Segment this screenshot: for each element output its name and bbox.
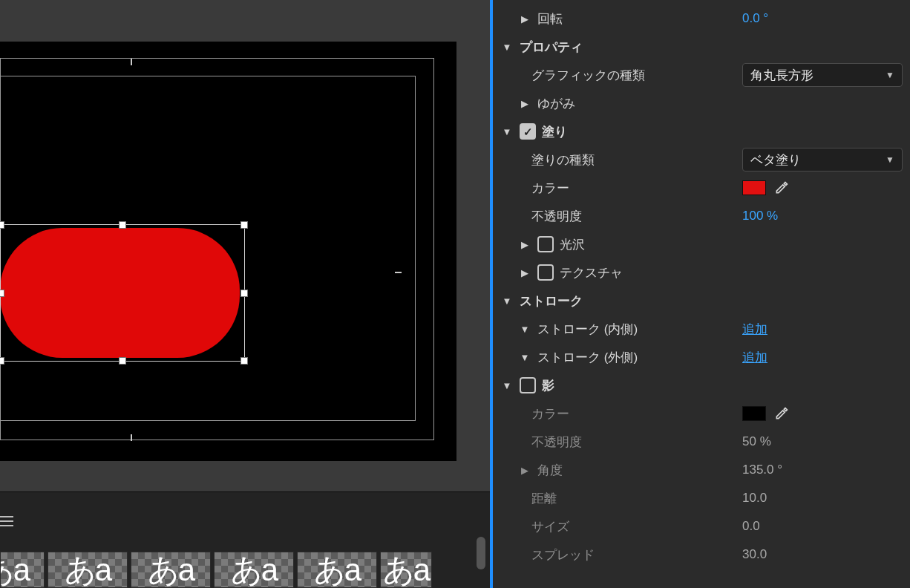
shadow-checkbox[interactable]: [520, 377, 536, 393]
shadow-spread-label: スプレッド: [531, 546, 595, 564]
center-tick-top: [131, 59, 132, 65]
chevron-down-icon[interactable]: ▼: [518, 324, 531, 335]
property-fill-color: ▶ カラー: [497, 174, 903, 202]
shadow-color-swatch[interactable]: [742, 406, 766, 421]
fill-type-value: ベタ塗り: [750, 151, 801, 169]
shadow-size-value[interactable]: 0.0: [742, 519, 760, 534]
fill-color-label: カラー: [531, 180, 569, 197]
shadow-distance-label: 距離: [531, 490, 557, 507]
scrollbar-thumb[interactable]: [477, 537, 485, 569]
resize-handle-top-middle[interactable]: [119, 221, 126, 229]
scroll-gutter: [472, 492, 488, 588]
thumb-glyph: あa: [65, 552, 111, 588]
shadow-header: 影: [542, 377, 554, 394]
property-stroke-outer: ▼ ストローク (外側) 追加: [497, 343, 903, 371]
lower-panel: あa あa あa あa あa あa: [0, 491, 490, 588]
properties-header: プロパティ: [514, 39, 583, 56]
section-properties[interactable]: ▼ プロパティ: [497, 33, 903, 61]
resize-handle-bottom-right[interactable]: [240, 357, 248, 365]
shadow-color-label: カラー: [531, 405, 569, 422]
stroke-inner-add-link[interactable]: 追加: [742, 321, 767, 338]
stroke-inner-label: ストローク (内側): [531, 321, 638, 338]
thumb-glyph: あa: [148, 552, 194, 588]
resize-handle-middle-left[interactable]: [0, 290, 4, 297]
chevron-down-icon: ▼: [886, 154, 894, 165]
style-thumbnails: あa あa あa あa あa あa: [0, 552, 432, 588]
property-stroke-inner: ▼ ストローク (内側) 追加: [497, 315, 903, 343]
eyedropper-icon[interactable]: [773, 405, 790, 422]
graphic-type-label: グラフィックの種類: [531, 67, 645, 84]
resize-handle-top-right[interactable]: [240, 221, 248, 229]
gloss-checkbox[interactable]: [537, 236, 554, 252]
chevron-down-icon[interactable]: ▼: [500, 380, 514, 391]
texture-checkbox[interactable]: [537, 264, 554, 281]
chevron-right-icon[interactable]: ▶: [518, 239, 531, 250]
distortion-label: ゆがみ: [531, 95, 575, 112]
fill-header: 塗り: [542, 123, 567, 140]
resize-handle-top-left[interactable]: [0, 221, 4, 229]
shadow-size-label: サイズ: [531, 518, 569, 535]
fill-checkbox[interactable]: [520, 123, 536, 140]
selection-bounding-box[interactable]: [0, 224, 245, 362]
property-gloss: ▶ 光沢: [497, 230, 903, 258]
gloss-label: 光沢: [560, 236, 585, 253]
section-stroke[interactable]: ▼ ストローク: [497, 287, 903, 315]
resize-handle-middle-right[interactable]: [240, 290, 248, 297]
property-shadow-size: ▶ サイズ 0.0: [497, 512, 903, 540]
property-fill-type: ▶ 塗りの種類 ベタ塗り ▼: [497, 146, 903, 174]
resize-handle-bottom-left[interactable]: [0, 357, 4, 365]
fill-color-swatch[interactable]: [742, 180, 766, 195]
shadow-opacity-label: 不透明度: [531, 434, 582, 451]
graphic-type-select[interactable]: 角丸長方形 ▼: [742, 63, 903, 87]
style-thumb[interactable]: あa: [380, 552, 432, 588]
style-thumb[interactable]: あa: [0, 552, 45, 588]
shadow-angle-value[interactable]: 135.0 °: [742, 463, 782, 477]
thumb-glyph: あa: [0, 552, 29, 588]
chevron-down-icon[interactable]: ▼: [500, 295, 514, 307]
graphic-type-value: 角丸長方形: [750, 67, 814, 84]
style-thumb[interactable]: あa: [48, 552, 128, 588]
stroke-outer-label: ストローク (外側): [531, 349, 638, 366]
shadow-distance-value[interactable]: 10.0: [742, 491, 767, 506]
fill-type-select[interactable]: ベタ塗り ▼: [742, 148, 903, 172]
property-texture: ▶ テクスチャ: [497, 258, 903, 287]
left-panel: あa あa あa あa あa あa: [0, 0, 490, 588]
property-shadow-opacity: ▶ 不透明度 50 %: [497, 428, 903, 456]
chevron-down-icon: ▼: [886, 70, 894, 80]
property-rotation: ▶ 回転 0.0 °: [497, 4, 903, 33]
resize-handle-bottom-middle[interactable]: [119, 357, 126, 365]
chevron-right-icon[interactable]: ▶: [518, 13, 531, 24]
property-fill-opacity: ▶ 不透明度 100 %: [497, 202, 903, 230]
stroke-outer-add-link[interactable]: 追加: [742, 349, 767, 366]
style-thumb[interactable]: あa: [214, 552, 294, 588]
shadow-spread-value[interactable]: 30.0: [742, 547, 767, 562]
section-fill[interactable]: ▼ 塗り: [497, 117, 903, 146]
chevron-right-icon[interactable]: ▶: [518, 98, 531, 109]
chevron-down-icon[interactable]: ▼: [500, 42, 514, 53]
texture-label: テクスチャ: [560, 264, 623, 281]
style-thumb[interactable]: あa: [131, 552, 211, 588]
thumb-glyph: あa: [383, 552, 429, 588]
style-thumb[interactable]: あa: [297, 552, 377, 588]
hamburger-menu-icon[interactable]: [0, 516, 13, 526]
shadow-opacity-value[interactable]: 50 %: [742, 434, 771, 449]
chevron-down-icon[interactable]: ▼: [500, 126, 514, 137]
chevron-down-icon[interactable]: ▼: [518, 352, 531, 363]
rotation-label: 回転: [531, 10, 563, 27]
chevron-right-icon[interactable]: ▶: [518, 267, 531, 278]
video-stage[interactable]: [0, 42, 456, 461]
center-tick-bottom: [131, 434, 132, 441]
thumb-glyph: あa: [314, 552, 360, 588]
chevron-right-icon[interactable]: ▶: [518, 465, 531, 476]
eyedropper-icon[interactable]: [773, 180, 790, 196]
property-shadow-color: ▶ カラー: [497, 399, 903, 428]
canvas-area[interactable]: [0, 0, 490, 491]
fill-opacity-value[interactable]: 100 %: [742, 209, 778, 223]
property-graphic-type: ▶ グラフィックの種類 角丸長方形 ▼: [497, 61, 903, 89]
shadow-angle-label: 角度: [531, 462, 563, 479]
section-shadow[interactable]: ▼ 影: [497, 371, 903, 399]
rotation-value[interactable]: 0.0 °: [742, 11, 768, 26]
property-distortion: ▶ ゆがみ: [497, 89, 903, 117]
fill-opacity-label: 不透明度: [531, 208, 582, 225]
center-tick-right: [395, 272, 402, 273]
